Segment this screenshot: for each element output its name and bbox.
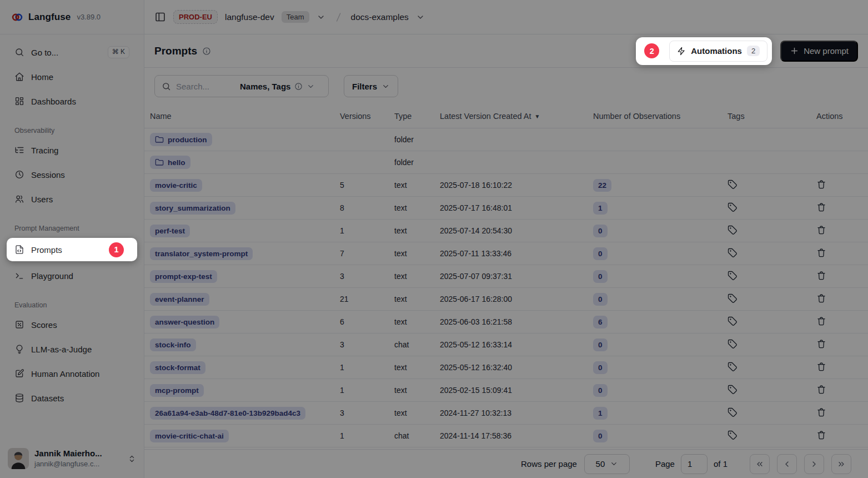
tag-icon[interactable]	[727, 316, 737, 326]
table-row[interactable]: productionfolder	[144, 128, 868, 151]
created-at-cell: 2025-05-12 16:33:14	[440, 340, 593, 349]
actions-cell	[816, 271, 862, 282]
sidebar-item-prompts[interactable]: Prompts 1	[7, 238, 137, 261]
table-row[interactable]: answer-question6text2025-06-03 16:21:586	[144, 311, 868, 333]
trash-icon[interactable]	[816, 225, 826, 235]
observations-cell: 0	[593, 225, 727, 237]
home-label: Home	[31, 72, 53, 82]
prompt-name-chip[interactable]: prompt-exp-test	[150, 270, 217, 283]
tag-icon[interactable]	[727, 362, 737, 372]
tag-icon[interactable]	[727, 180, 737, 190]
tags-cell	[727, 271, 816, 282]
title-info-icon[interactable]	[202, 47, 211, 56]
trash-icon[interactable]	[816, 293, 826, 303]
tag-icon[interactable]	[727, 248, 737, 258]
tags-cell	[727, 316, 816, 328]
sidebar-item-tracing[interactable]: Tracing	[9, 140, 135, 160]
prompt-name-chip[interactable]: 26a61a94-e3ab-48d7-81e0-13b929bad4c3	[150, 407, 305, 420]
sidebar-item-home[interactable]: Home	[9, 67, 135, 87]
table-row[interactable]: perf-test1text2025-07-14 20:54:300	[144, 220, 868, 242]
table-row[interactable]: story_summarization8text2025-07-17 16:48…	[144, 197, 868, 220]
automations-button[interactable]: Automations 2	[669, 41, 767, 62]
project-name[interactable]: docs-examples	[351, 12, 409, 22]
table-row[interactable]: stock-format1text2025-05-12 16:32:400	[144, 356, 868, 379]
tag-icon[interactable]	[727, 430, 737, 440]
prompt-name-chip[interactable]: answer-question	[150, 316, 219, 328]
previous-page-button[interactable]	[777, 454, 797, 474]
search-scope-selector[interactable]: Names, Tags	[240, 82, 315, 91]
trash-icon[interactable]	[816, 180, 826, 190]
sidebar-item-sessions[interactable]: Sessions	[9, 165, 135, 185]
trash-icon[interactable]	[816, 362, 826, 372]
search-input[interactable]	[176, 82, 234, 91]
prompt-name: movie-critic	[155, 181, 197, 190]
table-row[interactable]: event-planner21text2025-06-17 16:28:000	[144, 288, 868, 311]
trash-icon[interactable]	[816, 407, 826, 417]
users-label: Users	[31, 195, 53, 204]
table-row[interactable]: hellofolder	[144, 151, 868, 174]
sidebar-item-goto[interactable]: Go to... ⌘ K	[9, 42, 135, 62]
main-content: PROD-EU langfuse-dev Team docs-examples …	[144, 0, 868, 478]
column-header-latest-version[interactable]: Latest Version Created At▼	[440, 112, 593, 121]
last-page-button[interactable]	[831, 454, 851, 474]
tag-icon[interactable]	[727, 385, 737, 395]
table-row[interactable]: stock-info3chat2025-05-12 16:33:140	[144, 333, 868, 356]
project-chevron-down-icon[interactable]	[416, 13, 425, 22]
trash-icon[interactable]	[816, 339, 826, 349]
rows-per-page-select[interactable]: 50	[584, 454, 630, 474]
folder-chip[interactable]: hello	[150, 156, 190, 169]
trash-icon[interactable]	[816, 271, 826, 281]
table-row[interactable]: translator_system-prompt7text2025-07-11 …	[144, 242, 868, 265]
name-cell: answer-question	[150, 316, 340, 328]
prompt-name-chip[interactable]: event-planner	[150, 293, 209, 306]
prompt-name-chip[interactable]: stock-format	[150, 361, 205, 374]
sidebar-item-playground[interactable]: Playground	[9, 266, 135, 286]
sidebar-item-dashboards[interactable]: Dashboards	[9, 91, 135, 111]
table-row[interactable]: movie-critic-chat-ai1chat2024-11-14 17:5…	[144, 425, 868, 447]
tags-cell	[727, 202, 816, 214]
sidebar-item-datasets[interactable]: Datasets	[9, 388, 135, 408]
prompt-name-chip[interactable]: story_summarization	[150, 202, 235, 215]
table-row[interactable]: mcp-prompt1text2025-02-15 15:09:410	[144, 379, 868, 402]
tag-icon[interactable]	[727, 225, 737, 235]
brand-name: Langfuse	[28, 12, 71, 23]
tags-cell	[727, 430, 816, 442]
trash-icon[interactable]	[816, 385, 826, 395]
sidebar-item-llm-judge[interactable]: LLM-as-a-Judge	[9, 339, 135, 359]
sidebar-item-users[interactable]: Users	[9, 189, 135, 209]
filters-button[interactable]: Filters	[344, 75, 398, 97]
org-chevron-down-icon[interactable]	[317, 13, 325, 22]
observations-cell: 1	[593, 407, 727, 420]
prompt-name-chip[interactable]: movie-critic	[150, 179, 202, 192]
tag-icon[interactable]	[727, 339, 737, 349]
sidebar-item-human-annotation[interactable]: Human Annotation	[9, 364, 135, 384]
sidebar-toggle-button[interactable]	[154, 11, 166, 23]
tag-icon[interactable]	[727, 407, 737, 417]
first-page-button[interactable]	[750, 454, 770, 474]
page-number-input[interactable]	[681, 454, 708, 474]
observations-badge: 1	[593, 202, 608, 215]
org-name[interactable]: langfuse-dev	[225, 12, 274, 22]
table-row[interactable]: prompt-exp-test3text2025-07-07 09:37:310	[144, 265, 868, 288]
prompt-name-chip[interactable]: movie-critic-chat-ai	[150, 430, 229, 442]
tag-icon[interactable]	[727, 202, 737, 212]
prompt-name-chip[interactable]: translator_system-prompt	[150, 247, 253, 260]
sidebar-item-scores[interactable]: Scores	[9, 315, 135, 335]
table-row[interactable]: 26a61a94-e3ab-48d7-81e0-13b929bad4c33tex…	[144, 402, 868, 425]
tags-cell	[727, 339, 816, 351]
tag-icon[interactable]	[727, 293, 737, 303]
folder-chip[interactable]: production	[150, 133, 212, 146]
table-row[interactable]: movie-critic5text2025-07-18 16:10:2222	[144, 174, 868, 197]
trash-icon[interactable]	[816, 316, 826, 326]
prompt-name-chip[interactable]: perf-test	[150, 225, 190, 237]
prompt-name-chip[interactable]: mcp-prompt	[150, 384, 204, 397]
user-menu[interactable]: Jannik Maierho... jannik@langfuse.c...	[0, 442, 144, 478]
tag-icon[interactable]	[727, 271, 737, 281]
trash-icon[interactable]	[816, 202, 826, 212]
trash-icon[interactable]	[816, 430, 826, 440]
trash-icon[interactable]	[816, 248, 826, 258]
prompt-name-chip[interactable]: stock-info	[150, 338, 196, 351]
new-prompt-button[interactable]: New prompt	[780, 41, 858, 62]
observations-badge: 0	[593, 338, 608, 351]
next-page-button[interactable]	[804, 454, 824, 474]
